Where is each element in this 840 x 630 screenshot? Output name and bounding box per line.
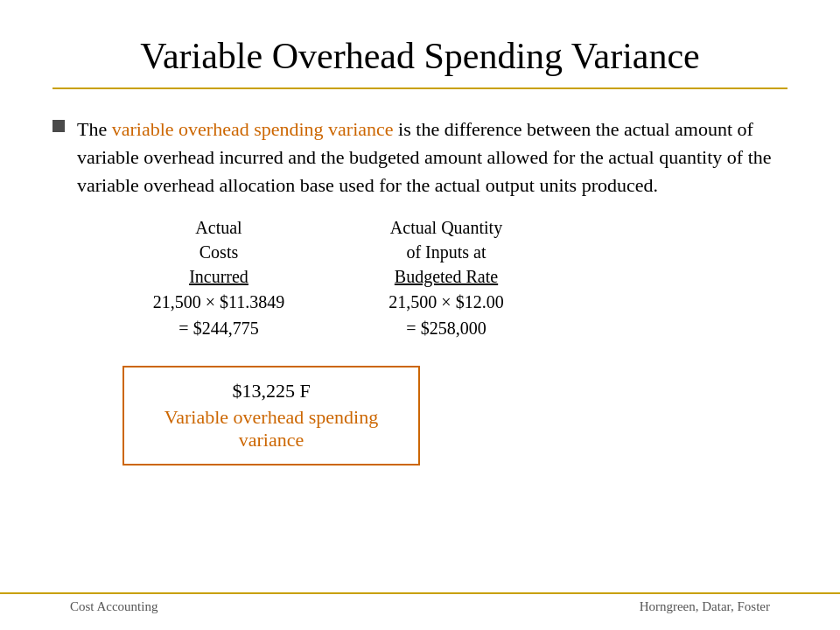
- col2-line1: Actual Quantity: [390, 215, 502, 240]
- title-section: Variable Overhead Spending Variance: [52, 0, 788, 89]
- col1-value1: 21,500 × $11.3849: [153, 289, 285, 315]
- col2-value2: = $258,000: [406, 315, 486, 341]
- variance-label: Variable overhead spending variance: [142, 406, 401, 452]
- col-budgeted-rate: Actual Quantity of Inputs at Budgeted Ra…: [332, 215, 560, 341]
- bullet-item: The variable overhead spending variance …: [52, 116, 788, 200]
- footer-right: Horngreen, Datar, Foster: [640, 599, 770, 614]
- col1-value2: = $244,775: [178, 315, 258, 341]
- col1-line1: Actual: [195, 215, 242, 240]
- col1-line2: Costs: [200, 240, 238, 264]
- bullet-highlight: variable overhead spending variance: [112, 118, 394, 140]
- col2-value1: 21,500 × $12.00: [388, 289, 503, 315]
- variance-box: $13,225 F Variable overhead spending var…: [122, 366, 420, 466]
- bullet-prefix: The: [77, 118, 112, 140]
- footer-left: Cost Accounting: [70, 599, 158, 614]
- content-area: The variable overhead spending variance …: [52, 116, 788, 466]
- col2-line3: Budgeted Rate: [395, 264, 498, 289]
- comparison-table: Actual Costs Incurred 21,500 × $11.3849 …: [105, 215, 788, 341]
- bullet-icon: [52, 120, 65, 132]
- bullet-text: The variable overhead spending variance …: [77, 116, 788, 200]
- col1-line3: Incurred: [189, 264, 248, 289]
- col-actual-costs: Actual Costs Incurred 21,500 × $11.3849 …: [105, 215, 332, 341]
- page-title: Variable Overhead Spending Variance: [52, 35, 788, 77]
- col2-line2: of Inputs at: [406, 240, 486, 264]
- footer: Cost Accounting Horngreen, Datar, Foster: [0, 592, 840, 614]
- variance-amount: $13,225 F: [142, 380, 401, 402]
- slide: Variable Overhead Spending Variance The …: [0, 0, 840, 630]
